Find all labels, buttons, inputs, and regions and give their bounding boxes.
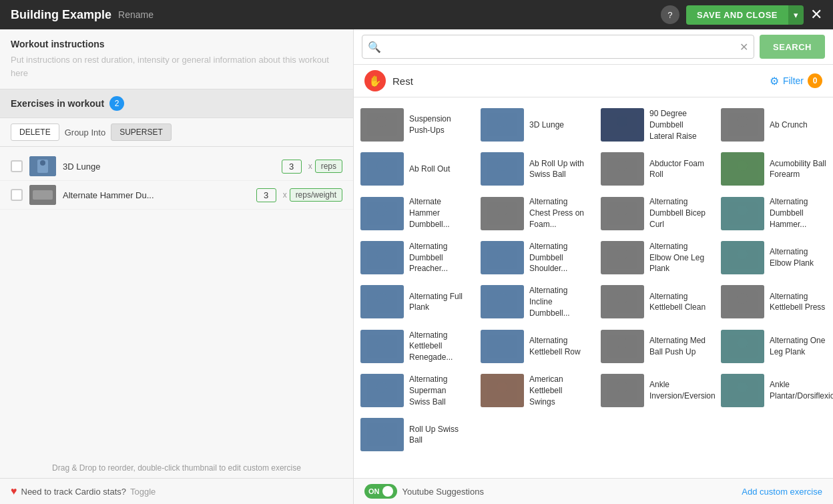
exercise-thumb-1: [29, 156, 56, 176]
svg-point-27: [497, 160, 507, 171]
exercise-cell[interactable]: 3D Lunge: [474, 103, 594, 147]
exercise-cell[interactable]: Ab Roll Up with Swiss Ball: [474, 147, 594, 191]
exercise-cell-thumb: [481, 330, 524, 363]
exercise-cell[interactable]: Ankle Inversion/Eversion: [594, 368, 714, 413]
exercise-cell[interactable]: Roll Up Swiss Ball: [354, 413, 474, 457]
exercise-cell-name: Alternating Dumbbell Bicep Curl: [649, 196, 708, 230]
exercise-cell-name: Alternating Chest Press on Foam...: [529, 196, 587, 230]
exercise-cell[interactable]: Alternating Kettlebell Clean: [594, 280, 714, 324]
save-close-button[interactable]: SAVE AND CLOSE: [686, 5, 788, 25]
instructions-textarea[interactable]: Put instructions on rest duration, inten…: [11, 53, 342, 79]
svg-rect-4: [33, 190, 53, 200]
exercise-cell-name: Alternating Kettlebell Press: [770, 291, 828, 314]
svg-point-103: [376, 382, 387, 393]
exercise-cell[interactable]: Alternating Elbow One Leg Plank: [594, 236, 714, 280]
exercise-cell[interactable]: Alternating Dumbbell Shoulder...: [474, 236, 594, 280]
exercise-x-2: x: [283, 190, 287, 200]
exercise-cell[interactable]: Ab Roll Out: [354, 147, 474, 191]
svg-rect-120: [370, 441, 394, 444]
exercise-cell-thumb: [601, 241, 644, 274]
exercise-cell[interactable]: Suspension Push-Ups: [354, 103, 474, 147]
exercise-cell-name: Alternating Elbow Plank: [770, 246, 828, 269]
add-custom-exercise-link[interactable]: Add custom exercise: [742, 487, 822, 497]
exercise-cell[interactable]: Alternating Kettlebell Press: [714, 280, 833, 324]
exercise-cell[interactable]: Alternating Med Ball Push Up: [594, 324, 714, 368]
exercise-cell[interactable]: Alternating Full Plank: [354, 280, 474, 324]
rest-row[interactable]: ✋ Rest ⚙ Filter 0: [354, 65, 833, 97]
exercise-sets-2[interactable]: 3: [256, 188, 276, 202]
filter-icon: ⚙: [770, 75, 779, 87]
help-button[interactable]: ?: [661, 5, 679, 24]
instructions-label: Workout instructions: [11, 39, 342, 49]
superset-button[interactable]: SUPERSET: [111, 123, 172, 141]
exercise-cell-thumb: [360, 197, 404, 230]
exercise-unit-1[interactable]: reps: [315, 160, 342, 173]
exercise-cell[interactable]: Alternating Superman Swiss Ball: [354, 368, 474, 413]
exercise-thumb-2: [29, 185, 56, 205]
exercise-grid-row: Alternating Full Plank Alternating Incli…: [354, 280, 833, 324]
header: Building Example Rename ? SAVE AND CLOSE…: [0, 0, 833, 29]
exercise-cell-thumb: [601, 285, 644, 318]
exercise-cell-thumb: [360, 108, 404, 142]
svg-rect-12: [491, 132, 514, 134]
exercise-unit-2[interactable]: reps/weight: [290, 188, 342, 202]
search-clear-icon[interactable]: ✕: [740, 41, 748, 53]
svg-point-31: [617, 160, 627, 171]
youtube-toggle-group: ON Youtube Suggestions: [364, 484, 484, 499]
svg-point-2: [40, 160, 45, 166]
exercise-cell[interactable]: Alternating Kettlebell Row: [474, 324, 594, 368]
svg-rect-84: [731, 308, 754, 311]
cardio-text: Need to track Cardio stats?: [21, 487, 127, 497]
exercise-cell[interactable]: Alternating Elbow Plank: [714, 236, 833, 280]
delete-button[interactable]: DELETE: [11, 123, 59, 141]
search-input[interactable]: [385, 41, 740, 52]
exercise-cell[interactable]: Alternating Dumbbell Hammer...: [714, 191, 833, 235]
exercise-cell-name: Alternating Superman Swiss Ball: [409, 374, 467, 407]
exercise-checkbox-1[interactable]: [11, 160, 23, 172]
exercise-cell-name: Alternating Kettlebell Clean: [649, 291, 708, 314]
exercise-cell[interactable]: Alternating Kettlebell Renegade...: [354, 324, 474, 368]
toggle-link[interactable]: Toggle: [130, 487, 156, 497]
svg-rect-72: [370, 308, 394, 311]
svg-point-23: [376, 160, 387, 171]
exercise-cell-thumb: [360, 285, 404, 318]
exercise-cell[interactable]: Acumobility Ball Forearm: [714, 147, 833, 191]
exercise-cell[interactable]: 90 Degree Dumbbell Lateral Raise: [594, 103, 714, 147]
exercise-checkbox-2[interactable]: [11, 189, 23, 201]
exercise-cell[interactable]: American Kettlebell Swings: [474, 368, 594, 413]
exercise-cell-thumb: [360, 330, 404, 363]
rest-label: Rest: [392, 75, 770, 87]
exercise-cell[interactable]: Ankle Plantar/Dorsiflexion: [714, 368, 833, 413]
exercise-cell[interactable]: Alternating Dumbbell Preacher...: [354, 236, 474, 280]
exercise-cell-thumb: [481, 108, 524, 142]
exercise-cell-thumb: [601, 197, 644, 230]
svg-rect-108: [491, 397, 514, 400]
rename-link[interactable]: Rename: [118, 9, 154, 20]
search-button[interactable]: SEARCH: [760, 35, 825, 59]
exercise-cell[interactable]: Alternating One Leg Plank: [714, 324, 833, 368]
svg-point-99: [737, 338, 748, 348]
close-button[interactable]: ✕: [810, 6, 822, 23]
svg-rect-24: [370, 176, 394, 178]
svg-point-91: [497, 338, 507, 348]
exercise-cell[interactable]: Alternating Chest Press on Foam...: [474, 191, 594, 235]
exercise-cell-name: 90 Degree Dumbbell Lateral Raise: [649, 108, 708, 142]
exercise-cell[interactable]: Alternating Incline Dumbbell...: [474, 280, 594, 324]
exercise-cell[interactable]: Abductor Foam Roll: [594, 147, 714, 191]
youtube-toggle-switch[interactable]: ON: [364, 484, 397, 499]
svg-point-87: [376, 338, 387, 348]
exercise-cell-name: Ab Crunch: [770, 119, 808, 131]
exercise-cell[interactable]: Ab Crunch: [714, 103, 833, 147]
svg-point-119: [376, 426, 387, 437]
exercise-cell[interactable]: Alternate Hammer Dumbbell...: [354, 191, 474, 235]
exercise-sets-1[interactable]: 3: [282, 160, 302, 174]
exercise-cell-thumb: [360, 374, 404, 407]
exercise-cell[interactable]: Alternating Dumbbell Bicep Curl: [594, 191, 714, 235]
svg-rect-104: [370, 397, 394, 400]
filter-button[interactable]: ⚙ Filter 0: [770, 73, 822, 88]
svg-rect-68: [731, 264, 754, 267]
save-close-dropdown-button[interactable]: ▾: [788, 5, 804, 25]
exercise-cell-name: Ab Roll Out: [409, 164, 450, 175]
svg-rect-36: [731, 176, 754, 178]
exercise-row: Alternate Hammer Du... 3 x reps/weight: [0, 181, 353, 210]
